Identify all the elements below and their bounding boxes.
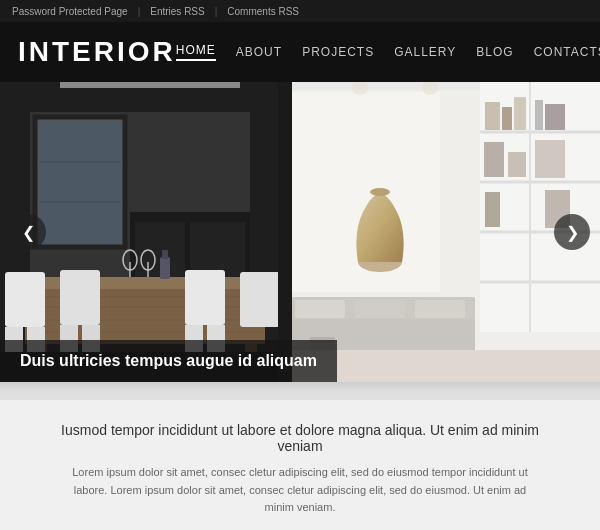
header: INTERIOR HOME ABOUT PROJECTS GALLERY BLO… — [0, 22, 600, 82]
nav-item-contacts[interactable]: CONTACTS — [534, 45, 600, 59]
svg-rect-29 — [240, 272, 280, 327]
content-body: Lorem ipsum dolor sit amet, consec cletu… — [60, 464, 540, 517]
svg-rect-2 — [60, 82, 240, 88]
nav-item-about[interactable]: ABOUT — [236, 45, 282, 59]
nav-item-gallery[interactable]: GALLERY — [394, 45, 456, 59]
slider-caption: Duis ultricies tempus augue id aliquam — [0, 340, 337, 382]
svg-rect-48 — [535, 100, 543, 130]
svg-rect-64 — [355, 300, 405, 318]
svg-rect-65 — [415, 300, 465, 318]
svg-rect-34 — [160, 257, 170, 279]
top-link-password[interactable]: Password Protected Page — [12, 6, 128, 17]
slider-arrow-next[interactable]: ❯ — [554, 214, 590, 250]
slider-image — [0, 82, 600, 382]
slider-arrow-prev[interactable]: ❮ — [10, 214, 46, 250]
svg-rect-6 — [39, 121, 121, 243]
site-title[interactable]: INTERIOR — [18, 36, 176, 68]
svg-rect-53 — [485, 192, 500, 227]
svg-rect-11 — [190, 222, 245, 277]
nav-item-blog[interactable]: BLOG — [476, 45, 513, 59]
svg-rect-51 — [508, 152, 526, 177]
svg-rect-52 — [535, 140, 565, 178]
top-link-comments-rss[interactable]: Comments RSS — [227, 6, 299, 17]
svg-rect-26 — [185, 270, 225, 325]
svg-rect-45 — [485, 102, 500, 130]
svg-rect-35 — [162, 250, 168, 259]
slider-shadow — [0, 382, 600, 400]
svg-rect-72 — [278, 82, 292, 382]
content-section: Iusmod tempor incididunt ut labore et do… — [0, 400, 600, 530]
svg-point-57 — [370, 188, 390, 196]
svg-rect-50 — [484, 142, 504, 177]
svg-rect-20 — [5, 272, 45, 327]
svg-rect-47 — [514, 97, 526, 130]
hero-slider: ❮ ❯ Duis ultricies tempus augue id aliqu… — [0, 82, 600, 382]
main-nav: HOME ABOUT PROJECTS GALLERY BLOG CONTACT… — [176, 43, 600, 61]
nav-item-projects[interactable]: PROJECTS — [302, 45, 374, 59]
top-link-entries-rss[interactable]: Entries RSS — [150, 6, 204, 17]
svg-rect-49 — [545, 104, 565, 130]
top-bar: Password Protected Page | Entries RSS | … — [0, 0, 600, 22]
svg-rect-23 — [60, 270, 100, 325]
nav-item-home[interactable]: HOME — [176, 43, 216, 61]
svg-rect-12 — [20, 277, 270, 289]
svg-rect-63 — [295, 300, 345, 318]
content-title: Iusmod tempor incididunt ut labore et do… — [60, 422, 540, 454]
svg-rect-46 — [502, 107, 512, 130]
